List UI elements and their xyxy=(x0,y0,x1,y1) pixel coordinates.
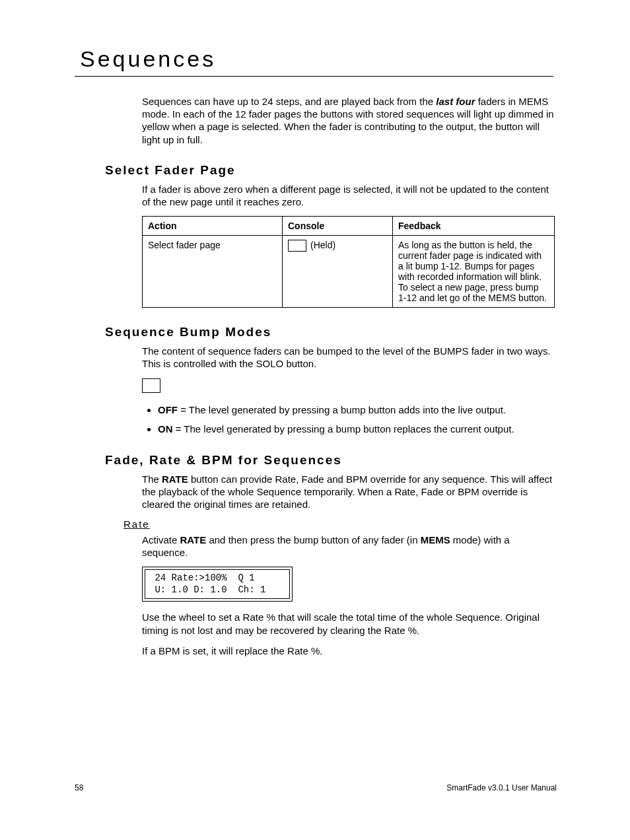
sec3-paragraph-1: The RATE button can provide Rate, Fade a… xyxy=(142,473,555,511)
rate-label: RATE xyxy=(162,473,188,485)
section-heading-sequence-bump-modes: Sequence Bump Modes xyxy=(105,325,557,339)
table-header-row: Action Console Feedback xyxy=(143,217,555,236)
text: If a fader is above zero when a differen… xyxy=(142,183,555,208)
off-label: OFF xyxy=(158,404,178,415)
text-emph: last four xyxy=(436,96,475,107)
td-console: (Held) xyxy=(283,236,393,308)
list-item: ON = The level generated by pressing a b… xyxy=(158,423,554,436)
chapter-title: Sequences xyxy=(75,46,557,72)
section-heading-select-fader-page: Select Fader Page xyxy=(105,163,557,178)
text: = The level generated by pressing a bump… xyxy=(173,423,514,435)
page-content: Sequences Sequences can have up to 24 st… xyxy=(75,46,557,665)
fader-page-table: Action Console Feedback Select fader pag… xyxy=(142,216,555,308)
intro-paragraph: Sequences can have up to 24 steps, and a… xyxy=(142,95,555,146)
mems-label: MEMS xyxy=(421,534,450,545)
text: The xyxy=(142,473,162,485)
bump-mode-list: OFF = The level generated by pressing a … xyxy=(142,403,554,436)
page-footer: 58 SmartFade v3.0.1 User Manual xyxy=(75,783,557,792)
solo-button-row xyxy=(142,378,557,396)
subheading-rate: Rate xyxy=(123,518,557,530)
text: If a BPM is set, it will replace the Rat… xyxy=(142,645,555,657)
held-label: (Held) xyxy=(310,240,335,250)
button-box-icon xyxy=(288,240,306,252)
text: and then press the bump button of any fa… xyxy=(206,534,420,545)
lcd-line-1: 24 Rate:>100% Q 1 xyxy=(149,573,255,583)
th-action: Action xyxy=(143,217,283,236)
on-label: ON xyxy=(158,423,173,435)
text: The content of sequence faders can be bu… xyxy=(142,345,555,370)
solo-button-box-icon xyxy=(142,378,160,393)
text: Sequences can have up to 24 steps, and a… xyxy=(142,96,436,107)
th-console: Console xyxy=(283,217,393,236)
sec2-paragraph: The content of sequence faders can be bu… xyxy=(142,345,555,370)
text: Activate xyxy=(142,534,180,545)
td-action: Select fader page xyxy=(143,236,283,308)
lcd-display: 24 Rate:>100% Q 1 U: 1.0 D: 1.0 Ch: 1 xyxy=(142,567,293,602)
doc-title: SmartFade v3.0.1 User Manual xyxy=(446,783,557,792)
chapter-rule xyxy=(75,76,553,77)
section-heading-fade-rate-bpm: Fade, Rate & BPM for Sequences xyxy=(105,453,557,468)
list-item: OFF = The level generated by pressing a … xyxy=(158,403,554,417)
rate-label: RATE xyxy=(180,534,207,545)
table-row: Select fader page (Held) As long as the … xyxy=(143,236,555,308)
sec1-paragraph: If a fader is above zero when a differen… xyxy=(142,183,555,208)
lcd-line-2: U: 1.0 D: 1.0 Ch: 1 xyxy=(149,584,265,595)
text: Use the wheel to set a Rate % that will … xyxy=(142,611,555,636)
th-feedback: Feedback xyxy=(393,217,555,236)
text: button can provide Rate, Fade and BPM ov… xyxy=(142,473,552,510)
td-feedback: As long as the button is held, the curre… xyxy=(393,236,555,308)
sec3-paragraph-2: Activate RATE and then press the bump bu… xyxy=(142,534,555,559)
sec3-paragraph-3: Use the wheel to set a Rate % that will … xyxy=(142,611,555,657)
lcd-text: 24 Rate:>100% Q 1 U: 1.0 D: 1.0 Ch: 1 xyxy=(145,569,290,599)
page-number: 58 xyxy=(75,783,83,792)
text: = The level generated by pressing a bump… xyxy=(178,404,506,415)
